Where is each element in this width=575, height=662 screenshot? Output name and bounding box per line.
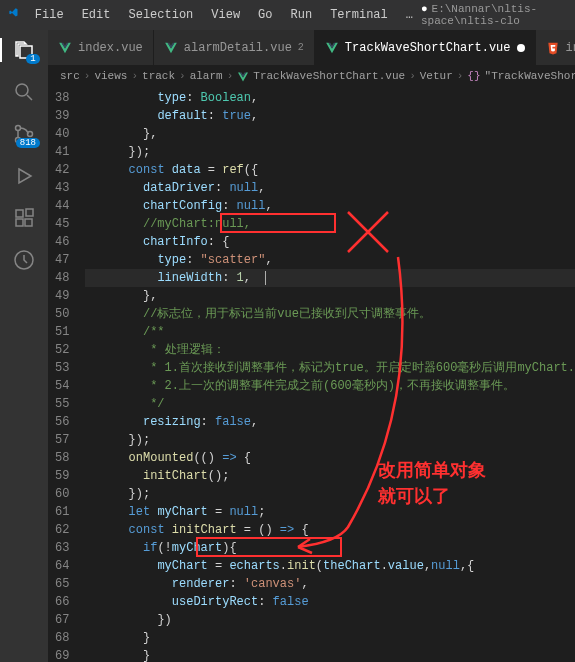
chevron-right-icon: › [227,70,234,82]
code-line[interactable]: let myChart = null; [85,503,575,521]
vscode-logo-icon [8,7,19,23]
chevron-right-icon: › [409,70,416,82]
tab-label: alarmDetail.vue [184,41,292,55]
timeline-icon[interactable] [12,248,36,272]
code-line[interactable]: chartInfo: { [85,233,575,251]
text-cursor [265,271,266,285]
dirty-indicator-icon [517,44,525,52]
svg-rect-7 [26,209,33,216]
code-line[interactable]: myChart = echarts.init(theChart.value,nu… [85,557,575,575]
code-line[interactable]: //标志位，用于标记当前vue已接收到尺寸调整事件。 [85,305,575,323]
breadcrumb-item[interactable]: views [94,70,127,82]
menu-view[interactable]: View [203,4,248,26]
editor-tabs: index.vuealarmDetail.vue2TrackWaveShortC… [48,30,575,65]
run-debug-icon[interactable] [12,164,36,188]
menu-go[interactable]: Go [250,4,280,26]
menu-bar: FileEditSelectionViewGoRunTerminal… [27,4,421,26]
extensions-icon[interactable] [12,206,36,230]
braces-icon: {} [467,70,480,82]
menu-run[interactable]: Run [283,4,321,26]
tab-label: TrackWaveShortChart.vue [345,41,511,55]
scm-badge: 818 [16,138,40,148]
line-gutter: 38 39 40 41 42 43 44 45 46 47 48 49 50 5… [48,87,85,662]
chevron-right-icon: › [179,70,186,82]
code-line[interactable]: const data = ref({ [85,161,575,179]
chevron-right-icon: › [131,70,138,82]
breadcrumb-item[interactable]: Vetur [420,70,453,82]
code-line[interactable]: type: Boolean, [85,89,575,107]
breadcrumb-item[interactable]: TrackWaveShortChart.vue [253,70,405,82]
activity-bar: 1 818 [0,30,48,662]
chevron-right-icon: › [84,70,91,82]
code-line[interactable]: if(!myChart){ [85,539,575,557]
chevron-right-icon: › [457,70,464,82]
code-line[interactable]: const initChart = () => { [85,521,575,539]
breadcrumb-item[interactable]: alarm [190,70,223,82]
code-lines[interactable]: type: Boolean, default: true, }, }); con… [85,87,575,662]
code-line[interactable]: default: true, [85,107,575,125]
source-control-icon[interactable]: 818 [12,122,36,146]
vue-file-icon [325,41,339,55]
code-line[interactable]: dataDriver: null, [85,179,575,197]
menu-file[interactable]: File [27,4,72,26]
code-line[interactable]: * 处理逻辑： [85,341,575,359]
tab-index-vue[interactable]: index.vue [48,30,154,65]
code-line[interactable]: //myChart:null, [85,215,575,233]
code-line[interactable]: onMounted(() => { [85,449,575,467]
tab-label: index.vue [78,41,143,55]
code-line[interactable]: }, [85,125,575,143]
code-line[interactable]: }); [85,431,575,449]
code-line[interactable]: chartConfig: null, [85,197,575,215]
menu-terminal[interactable]: Terminal [322,4,396,26]
menu-edit[interactable]: Edit [74,4,119,26]
vue-file-icon [58,41,72,55]
vue-file-icon [164,41,178,55]
svg-rect-5 [16,219,23,226]
tab-label: index.html [566,41,576,55]
window-title: ●E:\Nannar\nltis-space\nltis-clo [421,3,567,27]
code-line[interactable]: } [85,647,575,662]
breadcrumb-item[interactable]: src [60,70,80,82]
code-line[interactable]: * 2.上一次的调整事件完成之前(600毫秒内)，不再接收调整事件。 [85,377,575,395]
code-line[interactable]: initChart(); [85,467,575,485]
code-line[interactable]: */ [85,395,575,413]
explorer-icon[interactable]: 1 [12,38,36,62]
code-editor[interactable]: 38 39 40 41 42 43 44 45 46 47 48 49 50 5… [48,87,575,662]
search-icon[interactable] [12,80,36,104]
html-file-icon [546,41,560,55]
code-line[interactable]: useDirtyRect: false [85,593,575,611]
code-line[interactable]: }) [85,611,575,629]
tab-TrackWaveShortChart-vue[interactable]: TrackWaveShortChart.vue [315,30,536,65]
svg-point-0 [16,84,28,96]
code-line[interactable]: /** [85,323,575,341]
code-line[interactable]: renderer: 'canvas', [85,575,575,593]
breadcrumbs[interactable]: src›views›track›alarm›TrackWaveShortChar… [48,65,575,87]
tab-alarmDetail-vue[interactable]: alarmDetail.vue2 [154,30,315,65]
code-line[interactable]: resizing: false, [85,413,575,431]
menu-selection[interactable]: Selection [120,4,201,26]
code-line[interactable]: }, [85,287,575,305]
breadcrumb-item[interactable]: track [142,70,175,82]
title-bar: FileEditSelectionViewGoRunTerminal… ●E:\… [0,0,575,30]
svg-point-1 [16,126,21,131]
svg-rect-4 [16,210,23,217]
code-line[interactable]: }); [85,143,575,161]
code-line[interactable]: }); [85,485,575,503]
explorer-badge: 1 [26,54,40,64]
svg-rect-6 [25,219,32,226]
breadcrumb-item[interactable]: "TrackWaveShortChart.vue" [485,70,575,82]
code-line[interactable]: lineWidth: 1, [85,269,575,287]
code-line[interactable]: } [85,629,575,647]
vue-file-icon [237,70,249,82]
code-line[interactable]: type: "scatter", [85,251,575,269]
menu-…[interactable]: … [398,4,421,26]
code-line[interactable]: * 1.首次接收到调整事件，标记为true。开启定时器600毫秒后调用myCha… [85,359,575,377]
tab-index-html[interactable]: index.html [536,30,576,65]
